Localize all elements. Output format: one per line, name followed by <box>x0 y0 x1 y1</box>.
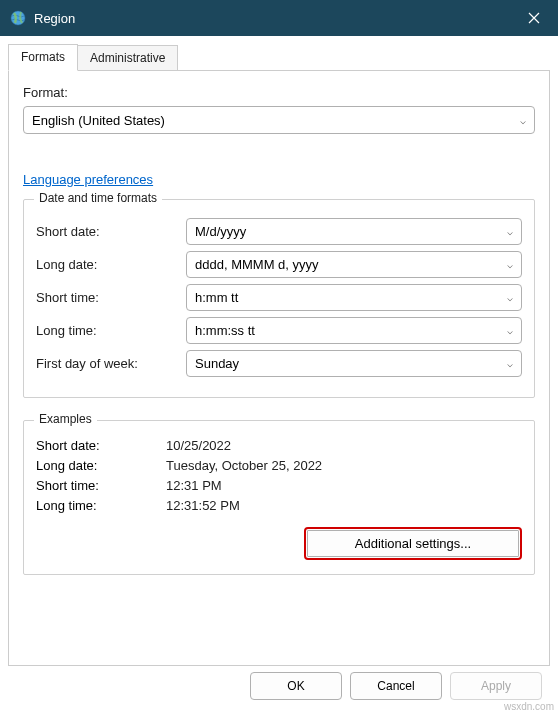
chevron-down-icon: ⌵ <box>520 115 526 126</box>
short-date-label: Short date: <box>36 224 186 239</box>
additional-settings-button[interactable]: Additional settings... <box>304 527 522 560</box>
first-day-combo[interactable]: Sunday ⌵ <box>186 350 522 377</box>
example-long-time-value: 12:31:52 PM <box>166 498 240 513</box>
chevron-down-icon: ⌵ <box>507 226 513 237</box>
format-value: English (United States) <box>32 113 165 128</box>
chevron-down-icon: ⌵ <box>507 292 513 303</box>
long-time-combo[interactable]: h:mm:ss tt ⌵ <box>186 317 522 344</box>
region-dialog: Region Formats Administrative Format: En… <box>0 0 558 714</box>
first-day-value: Sunday <box>195 356 239 371</box>
long-date-value: dddd, MMMM d, yyyy <box>195 257 319 272</box>
ok-label: OK <box>287 679 304 693</box>
svg-point-0 <box>11 11 25 25</box>
cancel-label: Cancel <box>377 679 414 693</box>
ok-button[interactable]: OK <box>250 672 342 700</box>
example-long-date-value: Tuesday, October 25, 2022 <box>166 458 322 473</box>
formats-panel: Format: English (United States) ⌵ Langua… <box>8 70 550 666</box>
globe-icon <box>10 10 26 26</box>
watermark: wsxdn.com <box>504 701 554 712</box>
chevron-down-icon: ⌵ <box>507 259 513 270</box>
apply-button[interactable]: Apply <box>450 672 542 700</box>
tab-formats[interactable]: Formats <box>8 44 78 71</box>
long-date-label: Long date: <box>36 257 186 272</box>
short-time-label: Short time: <box>36 290 186 305</box>
window-title: Region <box>34 11 75 26</box>
examples-group: Examples Short date: 10/25/2022 Long dat… <box>23 420 535 575</box>
example-short-time-value: 12:31 PM <box>166 478 222 493</box>
short-date-combo[interactable]: M/d/yyyy ⌵ <box>186 218 522 245</box>
cancel-button[interactable]: Cancel <box>350 672 442 700</box>
short-time-value: h:mm tt <box>195 290 238 305</box>
example-short-date-label: Short date: <box>36 438 166 453</box>
close-button[interactable] <box>510 0 558 36</box>
date-time-formats-group: Date and time formats Short date: M/d/yy… <box>23 199 535 398</box>
chevron-down-icon: ⌵ <box>507 325 513 336</box>
apply-label: Apply <box>481 679 511 693</box>
short-date-value: M/d/yyyy <box>195 224 246 239</box>
chevron-down-icon: ⌵ <box>507 358 513 369</box>
tab-administrative[interactable]: Administrative <box>77 45 178 72</box>
long-date-combo[interactable]: dddd, MMMM d, yyyy ⌵ <box>186 251 522 278</box>
language-preferences-label: Language preferences <box>23 172 153 187</box>
example-short-date-value: 10/25/2022 <box>166 438 231 453</box>
additional-settings-label: Additional settings... <box>355 536 471 551</box>
button-bar: OK Cancel Apply <box>250 672 542 700</box>
short-time-combo[interactable]: h:mm tt ⌵ <box>186 284 522 311</box>
language-preferences-link[interactable]: Language preferences <box>23 172 153 187</box>
format-combo[interactable]: English (United States) ⌵ <box>23 106 535 134</box>
example-long-date-label: Long date: <box>36 458 166 473</box>
date-time-formats-title: Date and time formats <box>34 191 162 205</box>
tab-formats-label: Formats <box>21 50 65 64</box>
titlebar: Region <box>0 0 558 36</box>
example-short-time-label: Short time: <box>36 478 166 493</box>
tab-administrative-label: Administrative <box>90 51 165 65</box>
tabstrip: Formats Administrative <box>0 36 558 71</box>
long-time-value: h:mm:ss tt <box>195 323 255 338</box>
format-label: Format: <box>23 85 535 100</box>
examples-title: Examples <box>34 412 97 426</box>
first-day-label: First day of week: <box>36 356 186 371</box>
example-long-time-label: Long time: <box>36 498 166 513</box>
long-time-label: Long time: <box>36 323 186 338</box>
